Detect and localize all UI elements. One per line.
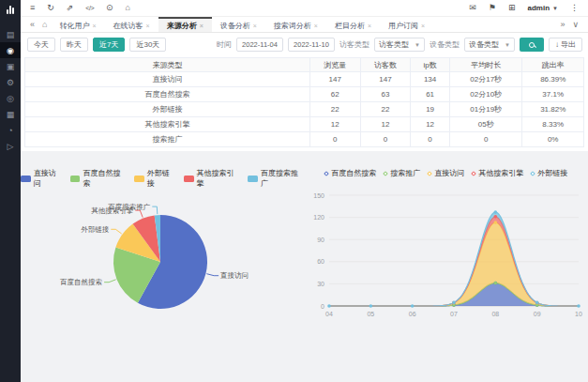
svg-text:150: 150	[313, 192, 324, 199]
fullscreen-icon[interactable]: ⊞	[508, 4, 516, 12]
pie-legend: 直接访问 百度自然搜索 外部链接 其他搜索引擎 百度搜索推广	[21, 168, 305, 189]
visitor-type-select[interactable]: 访客类型 ▼	[374, 38, 425, 52]
tab-keyword-analysis[interactable]: 搜索词分析×	[265, 17, 326, 32]
tab-close-icon[interactable]: ×	[146, 23, 150, 29]
user-menu[interactable]: admin ▼	[527, 4, 558, 12]
grid-icon[interactable]: ▦	[0, 106, 21, 122]
col-bounce-rate: 跳出率	[522, 58, 584, 72]
home-tab-icon[interactable]: ⌂	[38, 17, 51, 32]
home-icon[interactable]: ⌂	[126, 4, 130, 12]
legend-swatch	[134, 176, 144, 182]
tab-device-analysis[interactable]: 设备分析×	[212, 17, 265, 32]
legend-item[interactable]: 百度自然搜索	[324, 168, 376, 178]
pie-chart: 直接访问百度自然搜索外部链接其他搜索引擎百度搜索推广	[22, 189, 303, 346]
pie-label: 外部链接	[82, 225, 111, 234]
filter-bar: 今天 昨天 近7天 近30天 时间 2022-11-04 2022-11-10 …	[21, 33, 588, 56]
monitor-icon[interactable]: ◎	[0, 90, 21, 106]
tab-close-icon[interactable]: ×	[200, 23, 204, 29]
tab-user-subscription[interactable]: 用户订阅×	[380, 17, 433, 32]
legend-marker	[530, 171, 535, 176]
date-from-input[interactable]: 2022-11-04	[236, 38, 283, 52]
search-icon	[529, 42, 535, 48]
tab-online-visitors[interactable]: 在线访客×	[105, 17, 158, 32]
export-button[interactable]: ↓ 导出	[549, 38, 582, 52]
table-row: 外部链接22221901分19秒31.82%	[25, 102, 584, 117]
filter-today-button[interactable]: 今天	[27, 38, 55, 52]
legend-item[interactable]: 外部链接	[531, 168, 567, 178]
area-chart: 030609012015004050607080910	[305, 186, 588, 327]
svg-text:07: 07	[450, 311, 458, 317]
chevron-down-icon: ▼	[505, 42, 510, 48]
legend-marker	[427, 171, 432, 176]
message-icon[interactable]: ✉	[469, 4, 476, 12]
collapse-tabs-icon[interactable]: «	[26, 17, 38, 32]
visitor-analysis-icon[interactable]: ◉	[0, 42, 21, 58]
tab-close-icon[interactable]: ×	[314, 23, 318, 29]
legend-item[interactable]: 百度自然搜索	[70, 168, 127, 189]
tab-close-icon[interactable]: ×	[368, 23, 371, 29]
share-icon[interactable]: ⇗	[67, 4, 74, 12]
col-avg-duration: 平均时长	[449, 58, 521, 72]
report-icon[interactable]: ▣	[0, 58, 21, 74]
table-header-row: 来源类型 浏览量 访客数 ip数 平均时长 跳出率	[25, 58, 584, 72]
search-button[interactable]	[520, 38, 544, 52]
tag-icon[interactable]: ⚑	[489, 4, 496, 12]
svg-text:08: 08	[491, 311, 499, 317]
user-name: admin	[527, 4, 550, 12]
tab-options-icon[interactable]: ∨	[568, 17, 582, 32]
send-icon[interactable]: ▷	[0, 138, 21, 154]
pie-label: 直接访问	[219, 271, 249, 280]
filter-30days-button[interactable]: 近30天	[129, 38, 166, 52]
tab-column-analysis[interactable]: 栏目分析×	[326, 17, 380, 32]
legend-item[interactable]: 直接访问	[21, 168, 63, 189]
time-label: 时间	[217, 39, 232, 50]
area-legend: 百度自然搜索 搜索推广 直接访问 其他搜索引擎 外部链接	[324, 168, 567, 178]
more-options-icon[interactable]: ⋮	[570, 4, 579, 12]
visitor-type-label: 访客类型	[339, 39, 369, 50]
svg-text:10: 10	[575, 311, 582, 317]
device-type-select[interactable]: 设备类型 ▼	[464, 38, 515, 52]
menu-icon[interactable]: ≡	[30, 4, 35, 12]
legend-item[interactable]: 其他搜索引擎	[184, 168, 240, 189]
legend-item[interactable]: 直接访问	[428, 168, 464, 178]
dashboard-icon[interactable]: ▤	[0, 26, 21, 42]
app-logo-icon[interactable]	[0, 0, 21, 19]
legend-item[interactable]: 其他搜索引擎	[472, 168, 523, 178]
tab-source-analysis[interactable]: 来源分析×	[158, 17, 212, 32]
pie-label: 百度搜索推广	[109, 203, 152, 211]
sync-icon[interactable]: ⊙	[106, 4, 113, 12]
pie-label: 百度自然搜索	[60, 278, 102, 286]
gear-icon[interactable]: ⚙	[0, 74, 21, 90]
main-area: ≡ ↻ ⇗ </> ⊙ ⌂ ✉ ⚑ ⊞ admin ▼ ⋮ « ⌂ 转化用户× …	[21, 0, 588, 382]
page-content: 今天 昨天 近7天 近30天 时间 2022-11-04 2022-11-10 …	[21, 33, 588, 382]
filter-yesterday-button[interactable]: 昨天	[60, 38, 88, 52]
app-window: ▤ ◉ ▣ ⚙ ◎ ▦ ◔ ▷ ≡ ↻ ⇗ </> ⊙ ⌂ ✉ ⚑ ⊞ admi…	[0, 0, 588, 382]
svg-text:05: 05	[367, 311, 374, 317]
legend-item[interactable]: 搜索推广	[384, 168, 420, 178]
svg-text:04: 04	[325, 311, 333, 317]
legend-item[interactable]: 百度搜索推广	[248, 168, 304, 189]
svg-text:06: 06	[409, 311, 416, 317]
expand-tabs-icon[interactable]: »	[556, 17, 568, 32]
tab-close-icon[interactable]: ×	[92, 23, 96, 29]
sidebar: ▤ ◉ ▣ ⚙ ◎ ▦ ◔ ▷	[0, 0, 21, 382]
legend-swatch	[70, 176, 81, 182]
top-toolbar: ≡ ↻ ⇗ </> ⊙ ⌂ ✉ ⚑ ⊞ admin ▼ ⋮	[21, 0, 588, 17]
filter-7days-button[interactable]: 近7天	[93, 38, 125, 52]
user-icon[interactable]: ◔	[0, 122, 21, 138]
tabbar-spacer	[433, 17, 556, 32]
pie-chart-panel: 直接访问 百度自然搜索 外部链接 其他搜索引擎 百度搜索推广 直接访问百度自然搜…	[21, 151, 305, 382]
area-chart-panel: 百度自然搜索 搜索推广 直接访问 其他搜索引擎 外部链接 03060901201…	[305, 151, 588, 382]
legend-item[interactable]: 外部链接	[134, 168, 176, 189]
legend-marker	[383, 171, 388, 176]
date-to-input[interactable]: 2022-11-10	[288, 38, 335, 52]
download-icon: ↓	[555, 40, 559, 49]
refresh-icon[interactable]: ↻	[47, 4, 54, 12]
tab-close-icon[interactable]: ×	[421, 23, 425, 29]
tab-close-icon[interactable]: ×	[253, 23, 257, 29]
device-type-label: 设备类型	[430, 39, 460, 50]
tab-conversion-users[interactable]: 转化用户×	[51, 17, 104, 32]
col-source-type: 来源类型	[25, 58, 310, 72]
svg-text:0: 0	[321, 303, 324, 310]
code-icon[interactable]: </>	[85, 5, 94, 11]
